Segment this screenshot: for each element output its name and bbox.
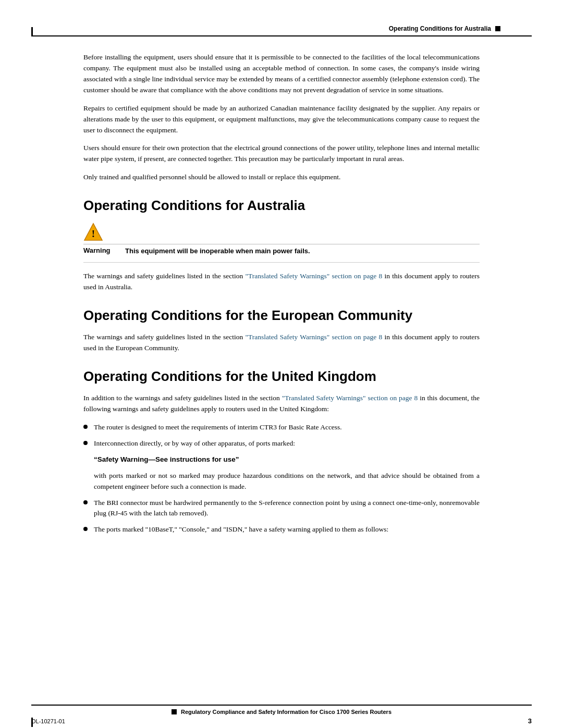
bullet-icon [83, 500, 88, 504]
top-border-mark [31, 27, 33, 36]
european-body-text: The warnings and safety guidelines liste… [83, 332, 480, 354]
warning-label-row: Warning This equipment will be inoperabl… [83, 246, 480, 256]
footer-center-text: Regulatory Compliance and Safety Informa… [181, 709, 391, 715]
footer-page-number: 3 [528, 717, 532, 725]
safety-warning-quote-block: “Safety Warning—See instructions for use… [94, 454, 480, 465]
safety-warning-quote: “Safety Warning—See instructions for use… [94, 454, 480, 465]
footer-bottom: OL-10271-01 3 [31, 717, 532, 725]
svg-text:!: ! [92, 229, 95, 240]
warning-triangle-icon: ! [83, 222, 103, 242]
uk-link[interactable]: "Translated Safety Warnings" section on … [282, 394, 418, 402]
warning-block-australia: ! Warning This equipment will be inopera… [83, 222, 480, 263]
uk-hazard-text: with ports marked or not so marked may p… [94, 471, 480, 492]
warning-label: Warning [83, 246, 125, 254]
header-square-icon [495, 26, 500, 31]
page: Operating Conditions for Australia Befor… [0, 13, 563, 728]
section-uk-heading: Operating Conditions for the United King… [83, 368, 480, 385]
list-item: The router is designed to meet the requi… [83, 422, 480, 433]
uk-bullet-list: The router is designed to meet the requi… [83, 422, 480, 449]
footer-square-icon [172, 709, 177, 714]
warning-main-text: This equipment will be inoperable when m… [125, 246, 310, 256]
list-item: Interconnection directly, or by way of o… [83, 438, 480, 449]
header-title: Operating Conditions for Australia [389, 25, 491, 32]
page-footer: Regulatory Compliance and Safety Informa… [0, 705, 563, 725]
warning-divider [83, 244, 480, 244]
uk-bullet-list-2: The BRI connector must be hardwired perm… [83, 498, 480, 536]
bullet-icon [83, 441, 88, 445]
european-link[interactable]: "Translated Safety Warnings" section on … [246, 333, 383, 341]
australia-body-text: The warnings and safety guidelines liste… [83, 271, 480, 293]
bullet-text-1: The router is designed to meet the requi… [94, 422, 342, 433]
bullet-icon [83, 425, 88, 429]
european-body-before-link: The warnings and safety guidelines liste… [83, 333, 246, 341]
main-content: Before installing the equipment, users s… [0, 36, 563, 556]
intro-para-4: Only trained and qualified personnel sho… [83, 172, 480, 183]
uk-intro-text: In addition to the warnings and safety g… [83, 393, 480, 415]
bullet-icon [83, 527, 88, 531]
footer-left-text: OL-10271-01 [31, 718, 65, 724]
bullet-text-2: Interconnection directly, or by way of o… [94, 438, 295, 449]
section-australia-heading: Operating Conditions for Australia [83, 198, 480, 214]
page-header: Operating Conditions for Australia [31, 13, 532, 36]
list-item: The ports marked "10BaseT," "Console," a… [83, 524, 480, 535]
intro-para-1: Before installing the equipment, users s… [83, 52, 480, 96]
section-european-heading: Operating Conditions for the European Co… [83, 307, 480, 324]
warning-icon-row: ! [83, 222, 480, 242]
intro-para-2: Repairs to certified equipment should be… [83, 103, 480, 136]
intro-para-3: Users should ensure for their own protec… [83, 143, 480, 165]
bullet-text-4: The ports marked "10BaseT," "Console," a… [94, 524, 388, 535]
footer-left-border [31, 718, 33, 727]
bullet-text-3: The BRI connector must be hardwired perm… [94, 498, 480, 520]
uk-intro-before-link: In addition to the warnings and safety g… [83, 394, 282, 402]
australia-body-before-link: The warnings and safety guidelines liste… [83, 272, 246, 280]
australia-link[interactable]: "Translated Safety Warnings" section on … [246, 272, 383, 280]
list-item: The BRI connector must be hardwired perm… [83, 498, 480, 520]
footer-top: Regulatory Compliance and Safety Informa… [31, 705, 532, 715]
